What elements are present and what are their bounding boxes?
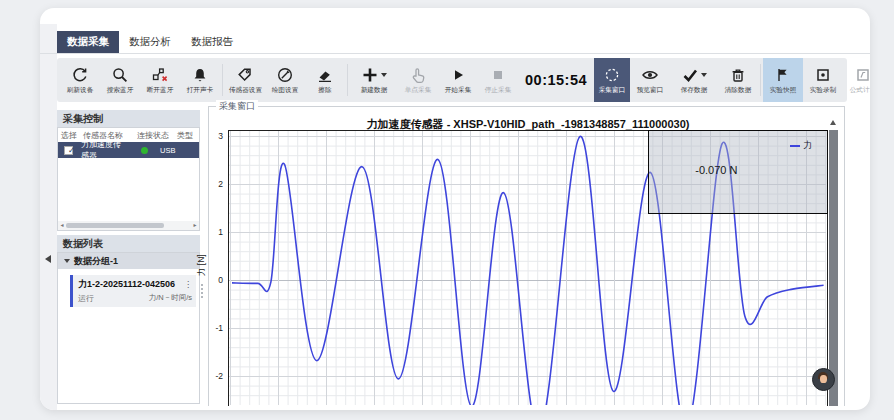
clear-data-button[interactable]: 清除数据 bbox=[718, 58, 758, 102]
dropdown-caret-icon[interactable] bbox=[381, 73, 387, 77]
stop-icon bbox=[489, 65, 507, 84]
legend-line-swatch bbox=[790, 145, 800, 147]
legend-label: 力 bbox=[803, 139, 812, 152]
start-collection-button[interactable]: 开始采集 bbox=[438, 58, 478, 102]
erase-button[interactable]: 擦除 bbox=[305, 58, 345, 102]
item-menu-icon[interactable]: ⋮ bbox=[184, 281, 192, 289]
experiment-snapshot-button[interactable]: 实验快照 bbox=[763, 58, 803, 102]
tab-data-report[interactable]: 数据报告 bbox=[181, 31, 243, 53]
search-icon bbox=[111, 65, 129, 84]
y-tick-label: -2 bbox=[215, 371, 223, 381]
record-square-icon bbox=[814, 65, 832, 84]
check-icon bbox=[681, 66, 699, 84]
plus-icon bbox=[361, 66, 379, 84]
status-dot bbox=[141, 147, 148, 154]
value-annotation: -0.070 N bbox=[695, 164, 737, 176]
y-tick-label: -1 bbox=[215, 323, 223, 333]
scrollbar-thumb[interactable] bbox=[66, 223, 164, 228]
toolbar-separator bbox=[760, 64, 761, 96]
stop-collection-button[interactable]: 停止采集 bbox=[478, 58, 518, 102]
dashed-circle-icon bbox=[603, 65, 621, 84]
data-group-row[interactable]: 数据分组-1 bbox=[58, 253, 199, 269]
chart-legend: 力 bbox=[790, 139, 812, 152]
y-tick-label: 0 bbox=[218, 275, 223, 285]
data-item-status: 运行 bbox=[78, 293, 94, 304]
capture-window-button[interactable]: 采集窗口 bbox=[594, 58, 630, 102]
tab-data-analysis[interactable]: 数据分析 bbox=[119, 31, 181, 53]
trash-icon bbox=[729, 65, 747, 84]
data-list-header: 数据列表 bbox=[57, 235, 200, 252]
tab-data-acquisition[interactable]: 数据采集 bbox=[57, 31, 119, 53]
assistant-avatar-button[interactable] bbox=[812, 368, 835, 391]
disconnect-bluetooth-button[interactable]: 断开蓝牙 bbox=[140, 58, 180, 102]
elapsed-timer: 00:15:54 bbox=[525, 72, 587, 88]
horizontal-scrollbar[interactable]: ◂ ▸ bbox=[58, 221, 199, 230]
page-background: 数据采集 数据分析 数据报告 刷新设备 搜索蓝牙 断开蓝牙 打开声卡 bbox=[0, 0, 894, 420]
preview-window-button[interactable]: 预览窗口 bbox=[630, 58, 670, 102]
sensor-type: USB bbox=[148, 146, 175, 155]
left-rail bbox=[40, 24, 57, 410]
toolbar-separator bbox=[222, 64, 223, 96]
eraser-icon bbox=[316, 65, 334, 84]
capture-window-label: 采集窗口 bbox=[216, 100, 258, 113]
refresh-device-button[interactable]: 刷新设备 bbox=[60, 58, 100, 102]
open-soundcard-button[interactable]: 打开声卡 bbox=[180, 58, 220, 102]
sidebar-collapse-icon[interactable] bbox=[45, 255, 51, 263]
app-window: 数据采集 数据分析 数据报告 刷新设备 搜索蓝牙 断开蓝牙 打开声卡 bbox=[40, 8, 870, 410]
y-tick-label: 2 bbox=[218, 179, 223, 189]
data-item-title: 力1-2-20251112-042506 bbox=[78, 278, 175, 291]
collection-control-header: 采集控制 bbox=[57, 110, 200, 127]
sensor-checkbox[interactable]: ✓ bbox=[64, 146, 73, 155]
sensor-name: 力加速度传感器 bbox=[73, 139, 127, 161]
main-tab-bar: 数据采集 数据分析 数据报告 bbox=[57, 32, 243, 53]
vertical-scrollbar[interactable] bbox=[829, 130, 838, 406]
search-bluetooth-button[interactable]: 搜索蓝牙 bbox=[100, 58, 140, 102]
y-tick-label: 3 bbox=[218, 131, 223, 141]
eye-icon bbox=[641, 65, 659, 84]
hand-point-icon bbox=[409, 65, 427, 84]
sensor-tag-icon bbox=[236, 65, 254, 84]
play-icon bbox=[449, 65, 467, 84]
flag-icon bbox=[774, 65, 792, 84]
data-list-body: 数据分组-1 力1-2-20251112-042506 ⋮ 运行 力/N－时间/… bbox=[57, 252, 200, 404]
y-axis-label: 力 [N] bbox=[196, 254, 208, 276]
toolbar-separator bbox=[347, 64, 348, 96]
chevron-down-icon bbox=[64, 259, 70, 263]
bell-icon bbox=[191, 65, 209, 84]
tab-underline bbox=[40, 53, 870, 54]
data-list-item[interactable]: 力1-2-20251112-042506 ⋮ 运行 力/N－时间/s bbox=[70, 275, 196, 307]
plot-settings-button[interactable]: 绘图设置 bbox=[265, 58, 305, 102]
pencil-circle-icon bbox=[276, 65, 294, 84]
new-data-button[interactable]: 新建数据 bbox=[350, 58, 398, 102]
sensor-row[interactable]: ✓ 力加速度传感器 USB bbox=[58, 142, 199, 158]
dropdown-caret-icon[interactable] bbox=[701, 73, 707, 77]
sensor-table: 选择 传感器名称 连接状态 类型 ✓ 力加速度传感器 USB ◂ ▸ bbox=[57, 127, 200, 231]
y-tick-label: 1 bbox=[218, 227, 223, 237]
formula-square-icon bbox=[854, 65, 870, 84]
formula-calc-button[interactable]: 公式计算 bbox=[843, 58, 870, 102]
avatar-face bbox=[820, 375, 827, 383]
bluetooth-disconnect-icon bbox=[151, 65, 169, 84]
data-item-axes: 力/N－时间/s bbox=[149, 293, 192, 304]
toolbar: 刷新设备 搜索蓝牙 断开蓝牙 打开声卡 传感器设置 绘图设置 bbox=[57, 58, 847, 102]
scroll-up-icon[interactable] bbox=[830, 120, 836, 125]
save-data-button[interactable]: 保存数据 bbox=[670, 58, 718, 102]
refresh-icon bbox=[71, 65, 89, 84]
single-point-button[interactable]: 单点采集 bbox=[398, 58, 438, 102]
experiment-record-button[interactable]: 实验录制 bbox=[803, 58, 843, 102]
sensor-settings-button[interactable]: 传感器设置 bbox=[225, 58, 265, 102]
scroll-left-icon[interactable]: ◂ bbox=[58, 221, 66, 230]
